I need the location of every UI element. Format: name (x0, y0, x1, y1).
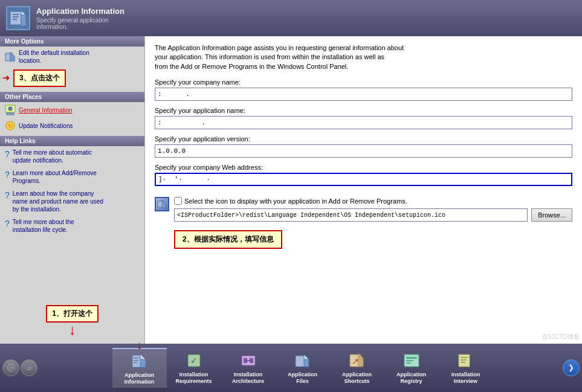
svg-rect-10 (7, 113, 14, 115)
help-icon-1: ? (5, 149, 10, 159)
help-link-2[interactable]: ? Learn more about Add/RemovePrograms. (0, 167, 144, 187)
help-icon-2: ? (5, 169, 10, 180)
taskbar-icon-install-arch (239, 351, 258, 370)
sidebar-item-label: Edit the default installationlocation. (19, 49, 89, 65)
watermark: @51CTO博客 (542, 333, 580, 341)
svg-text:↗: ↗ (352, 356, 359, 366)
svg-marker-34 (358, 353, 363, 367)
taskbar-icon-app-files (293, 351, 312, 370)
svg-text:↻: ↻ (8, 123, 13, 129)
svg-rect-42 (461, 359, 467, 361)
svg-rect-27 (244, 358, 247, 363)
svg-text:↺: ↺ (27, 364, 31, 372)
icon-checkbox[interactable] (174, 197, 182, 205)
sidebar-item-general-info[interactable]: General Information (0, 102, 144, 118)
web-address-input[interactable] (155, 173, 572, 186)
app-version-label: Specify your application version: (155, 135, 572, 143)
file-icon (5, 51, 16, 62)
header-subtitle: Specify general application information. (36, 17, 124, 30)
taskbar-item-app-shortcuts[interactable]: ↗ ApplicationShortcuts (330, 349, 384, 387)
taskbar-next-button[interactable]: ❯ (563, 359, 580, 376)
sidebar-item-update-notifications[interactable]: ↻ Update Notifications (0, 118, 144, 133)
help-link-4[interactable]: ? Tell me more about theinstallation lif… (0, 216, 144, 236)
next-arrow-icon: ❯ (568, 362, 574, 374)
intro-text: The Application Information page assists… (155, 43, 572, 71)
taskbar-back-button[interactable]: ⟳ (2, 359, 19, 376)
icon-preview-area (155, 197, 169, 211)
taskbar-icon-app-registry (402, 351, 421, 370)
sidebar-item-label: General Information (19, 107, 72, 114)
icon-section: Select the icon to display with your app… (155, 197, 572, 249)
icon-checkbox-row: Select the icon to display with your app… (174, 197, 572, 205)
update-icon: ↻ (5, 120, 16, 131)
company-name-label: Specify your company name: (155, 79, 572, 86)
web-address-label: Specify your company Web address: (155, 164, 572, 171)
icon-path-row: Browse... (174, 208, 572, 222)
icon-section-label: Select the icon to display with your app… (184, 198, 407, 205)
help-links-section: Help Links ? Tell me more about automati… (0, 136, 144, 236)
more-options-section: More Options Edit the default installati… (0, 36, 144, 89)
general-info-icon (5, 104, 16, 115)
help-link-label-4: Tell me more about theinstallation life … (13, 218, 74, 234)
svg-rect-2 (13, 16, 19, 18)
taskbar-item-install-req[interactable]: ✓ InstallationRequirements (167, 349, 221, 387)
header-icon (6, 6, 30, 30)
taskbar-item-app-files[interactable]: ApplicationFiles (276, 349, 330, 387)
taskbar-label-app-files: ApplicationFiles (288, 371, 317, 385)
help-links-title: Help Links (0, 136, 144, 146)
other-places-title: Other Places (0, 92, 144, 102)
taskbar-label-install-interview: InstallationInterview (451, 371, 480, 385)
main-area: More Options Edit the default installati… (0, 36, 582, 344)
svg-rect-39 (406, 362, 411, 364)
sidebar-item-default-location[interactable]: Edit the default installationlocation. (0, 47, 144, 67)
icon-form-area: Select the icon to display with your app… (174, 197, 572, 249)
help-link-label-1: Tell me more about automaticupdate notif… (13, 149, 92, 164)
callout3-area: ➜ 3、点击这个 (2, 69, 144, 87)
company-name-input[interactable] (155, 88, 572, 101)
help-link-3[interactable]: ? Learn about how the companyname and pr… (0, 187, 144, 216)
taskbar-item-install-arch[interactable]: InstallationArchitecture (221, 349, 276, 387)
callout2-box: 2、根据实际情况，填写信息 (174, 230, 282, 249)
browse-button[interactable]: Browse... (531, 208, 572, 222)
taskbar-arrow: ↓ (137, 338, 143, 352)
help-icon-3: ? (5, 190, 10, 201)
sidebar-spacer (0, 239, 144, 295)
taskbar-nav-button[interactable]: ↺ (21, 359, 37, 376)
svg-rect-22 (134, 360, 138, 361)
app-name-label: Specify your application name: (155, 107, 572, 114)
callout2-area: 2、根据实际情况，填写信息 (174, 225, 572, 249)
svg-rect-21 (134, 358, 138, 359)
top-header: Application Information Specify general … (0, 0, 582, 36)
taskbar-icon-install-interview (456, 351, 476, 370)
svg-marker-32 (304, 355, 309, 359)
more-options-title: More Options (0, 36, 144, 47)
taskbar-item-app-registry[interactable]: ApplicationRegistry (384, 349, 439, 387)
other-places-section: Other Places General Information ↻ (0, 92, 144, 133)
taskbar-icon-install-req: ✓ (184, 351, 204, 370)
svg-point-9 (8, 107, 12, 111)
taskbar-label-app-info: ApplicationInformation (124, 372, 155, 385)
svg-rect-1 (13, 14, 19, 15)
svg-rect-37 (406, 357, 417, 359)
taskbar-item-app-info[interactable]: ↓ ApplicationInformation (112, 348, 167, 388)
sidebar-item-label: Update Notifications (19, 123, 73, 129)
svg-rect-38 (406, 360, 413, 361)
callout1-box: 1、打开这个 (46, 305, 99, 323)
taskbar-icon-app-info: ↓ (130, 352, 149, 371)
icon-path-input[interactable] (174, 208, 528, 222)
svg-text:✓: ✓ (190, 356, 198, 365)
app-version-input[interactable] (155, 144, 572, 158)
callout3-arrow: ➜ (2, 71, 10, 86)
svg-rect-0 (10, 11, 21, 25)
svg-text:⟳: ⟳ (8, 365, 14, 372)
callout1-arrow: ↓ (68, 323, 76, 339)
content-panel: The Application Information page assists… (145, 36, 582, 344)
taskbar-item-install-interview[interactable]: InstallationInterview (439, 349, 493, 387)
icon-preview (155, 197, 169, 211)
help-link-1[interactable]: ? Tell me more about automaticupdate not… (0, 146, 144, 167)
help-icon-4: ? (5, 218, 10, 229)
app-name-input[interactable] (155, 116, 572, 129)
callout1-area: 1、打开这个 ↓ (0, 305, 144, 339)
taskbar-label-install-arch: InstallationArchitecture (232, 371, 264, 385)
header-title: Application Information (36, 7, 124, 16)
